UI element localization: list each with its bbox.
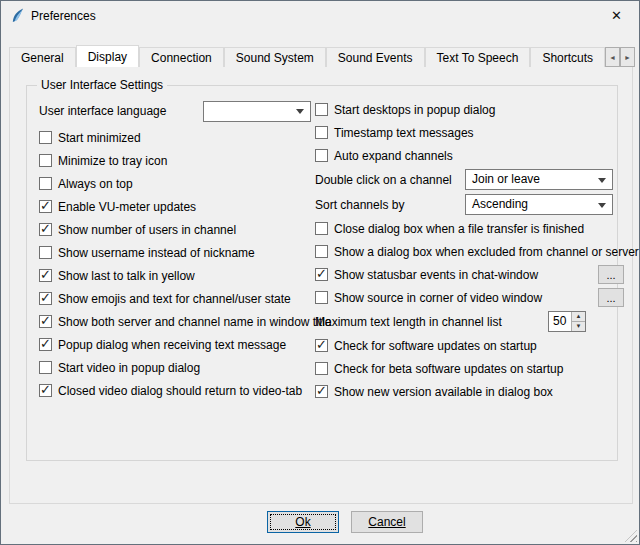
row-timestamp-text-messages: Timestamp text messages <box>315 123 615 142</box>
checkbox-label[interactable]: Show a dialog box when excluded from cha… <box>334 245 639 259</box>
checkbox-show-new-version-available-in-dialog-box[interactable]: ✓ <box>315 385 328 398</box>
checkbox-label[interactable]: Show emojis and text for channel/user st… <box>58 292 291 306</box>
checkbox-start-desktops-in-popup-dialog[interactable] <box>315 103 328 116</box>
checkbox-always-on-top[interactable] <box>39 177 52 190</box>
select-double-click-on-a-channel[interactable]: Join or leave <box>465 169 613 190</box>
tab-general[interactable]: General <box>9 47 76 67</box>
checkbox-label[interactable]: Show number of users in channel <box>58 223 236 237</box>
spinbox-value[interactable]: 50 <box>549 312 571 331</box>
checkbox-label[interactable]: Show statusbar events in chat-window <box>334 268 538 282</box>
combo-value: Ascending <box>472 197 528 211</box>
check-icon: ✓ <box>40 336 51 351</box>
tab-display[interactable]: Display <box>76 45 139 67</box>
check-icon: ✓ <box>316 383 327 398</box>
close-icon[interactable]: ✕ <box>594 1 639 30</box>
checkbox-label[interactable]: Start minimized <box>58 131 141 145</box>
checkbox-label[interactable]: Start video in popup dialog <box>58 361 200 375</box>
checkbox-show-last-to-talk-in-yellow[interactable]: ✓ <box>39 269 52 282</box>
checkbox-minimize-to-tray-icon[interactable] <box>39 154 52 167</box>
tab-bar: GeneralDisplayConnectionSound SystemSoun… <box>9 44 605 67</box>
row-show-username-instead-of-nickname: Show username instead of nickname <box>39 243 311 262</box>
checkbox-label[interactable]: Show new version available in dialog box <box>334 385 553 399</box>
field-label: Double click on a channel <box>315 173 452 187</box>
ok-button[interactable]: Ok <box>267 511 339 533</box>
tab-sound-events[interactable]: Sound Events <box>326 47 425 67</box>
spin-up-icon[interactable]: ▲ <box>572 312 585 322</box>
checkbox-label[interactable]: Show both server and channel name in win… <box>58 315 332 329</box>
tab-text-to-speech[interactable]: Text To Speech <box>425 47 531 67</box>
checkbox-label[interactable]: Popup dialog when receiving text message <box>58 338 286 352</box>
checkbox-show-a-dialog-box-when-excluded-from-channel-or-server[interactable] <box>315 245 328 258</box>
title-bar[interactable]: Preferences ✕ <box>1 1 639 30</box>
tab-shortcuts[interactable]: Shortcuts <box>530 47 605 67</box>
row-show-new-version-available-in-dialog-box: ✓Show new version available in dialog bo… <box>315 382 615 401</box>
checkbox-label[interactable]: Enable VU-meter updates <box>58 200 196 214</box>
row-auto-expand-channels: Auto expand channels <box>315 146 615 165</box>
checkbox-label[interactable]: Show username instead of nickname <box>58 246 255 260</box>
checkbox-auto-expand-channels[interactable] <box>315 149 328 162</box>
checkbox-popup-dialog-when-receiving-text-message[interactable]: ✓ <box>39 338 52 351</box>
row-show-both-server-and-channel-name-in-window-title: ✓Show both server and channel name in wi… <box>39 312 311 331</box>
row-show-source-in-corner-of-video-window: Show source in corner of video window... <box>315 288 615 307</box>
checkbox-start-minimized[interactable] <box>39 131 52 144</box>
field-label: Sort channels by <box>315 198 404 212</box>
ui-language-select[interactable] <box>203 101 311 122</box>
checkbox-start-video-in-popup-dialog[interactable] <box>39 361 52 374</box>
checkbox-show-emojis-and-text-for-channel-user-state[interactable]: ✓ <box>39 292 52 305</box>
check-icon: ✓ <box>40 313 51 328</box>
checkbox-show-both-server-and-channel-name-in-window-title[interactable]: ✓ <box>39 315 52 328</box>
checkbox-check-for-beta-software-updates-on-startup[interactable] <box>315 362 328 375</box>
left-settings-column: User interface language Start minimizedM… <box>39 100 311 404</box>
checkbox-label[interactable]: Closed video dialog should return to vid… <box>58 384 302 398</box>
max-text-length-spinbox[interactable]: 50▲▼ <box>548 311 586 332</box>
preferences-window: Preferences ✕ GeneralDisplayConnectionSo… <box>0 0 640 545</box>
row-always-on-top: Always on top <box>39 174 311 193</box>
checkbox-close-dialog-box-when-a-file-transfer-is-finished[interactable] <box>315 222 328 235</box>
checkbox-timestamp-text-messages[interactable] <box>315 126 328 139</box>
checkbox-check-for-software-updates-on-startup[interactable]: ✓ <box>315 339 328 352</box>
checkbox-label[interactable]: Check for software updates on startup <box>334 339 537 353</box>
checkbox-label[interactable]: Minimize to tray icon <box>58 154 167 168</box>
cancel-button[interactable]: Cancel <box>351 511 423 533</box>
checkbox-label[interactable]: Show source in corner of video window <box>334 291 542 305</box>
check-icon: ✓ <box>40 267 51 282</box>
row-check-for-beta-software-updates-on-startup: Check for beta software updates on start… <box>315 359 615 378</box>
checkbox-show-username-instead-of-nickname[interactable] <box>39 246 52 259</box>
checkbox-show-source-in-corner-of-video-window[interactable] <box>315 291 328 304</box>
row-enable-vu-meter-updates: ✓Enable VU-meter updates <box>39 197 311 216</box>
checkbox-label[interactable]: Check for beta software updates on start… <box>334 362 563 376</box>
checkbox-closed-video-dialog-should-return-to-video-tab[interactable]: ✓ <box>39 384 52 397</box>
row-show-number-of-users-in-channel: ✓Show number of users in channel <box>39 220 311 239</box>
checkbox-label[interactable]: Show last to talk in yellow <box>58 269 195 283</box>
checkbox-label[interactable]: Close dialog box when a file transfer is… <box>334 222 584 236</box>
combo-value: Join or leave <box>472 172 540 186</box>
chevron-down-icon <box>296 109 304 114</box>
checkbox-label[interactable]: Auto expand channels <box>334 149 453 163</box>
tab-scroll-right-icon[interactable]: ► <box>620 47 635 67</box>
checkbox-label[interactable]: Start desktops in popup dialog <box>334 103 495 117</box>
check-icon: ✓ <box>316 266 327 281</box>
spin-down-icon[interactable]: ▼ <box>572 322 585 331</box>
checkbox-show-number-of-users-in-channel[interactable]: ✓ <box>39 223 52 236</box>
select-sort-channels-by[interactable]: Ascending <box>465 194 613 215</box>
checkbox-label[interactable]: Always on top <box>58 177 133 191</box>
browse-button-show-source-in-corner-of-video-window[interactable]: ... <box>598 288 624 307</box>
right-settings-column: Start desktops in popup dialogTimestamp … <box>315 100 615 405</box>
row-double-click-on-a-channel: Double click on a channelJoin or leave <box>315 169 615 190</box>
check-icon: ✓ <box>40 221 51 236</box>
tab-sound-system[interactable]: Sound System <box>224 47 326 67</box>
checkbox-label[interactable]: Timestamp text messages <box>334 126 474 140</box>
tab-connection[interactable]: Connection <box>139 47 224 67</box>
checkbox-enable-vu-meter-updates[interactable]: ✓ <box>39 200 52 213</box>
row-start-video-in-popup-dialog: Start video in popup dialog <box>39 358 311 377</box>
group-title: User Interface Settings <box>37 78 167 92</box>
tab-scroll-left-icon[interactable]: ◄ <box>605 47 620 67</box>
window-title: Preferences <box>31 9 96 23</box>
row-show-last-to-talk-in-yellow: ✓Show last to talk in yellow <box>39 266 311 285</box>
row-start-minimized: Start minimized <box>39 128 311 147</box>
check-icon: ✓ <box>316 337 327 352</box>
checkbox-show-statusbar-events-in-chat-window[interactable]: ✓ <box>315 268 328 281</box>
row-close-dialog-box-when-a-file-transfer-is-finished: Close dialog box when a file transfer is… <box>315 219 615 238</box>
row-show-statusbar-events-in-chat-window: ✓Show statusbar events in chat-window... <box>315 265 615 284</box>
browse-button-show-statusbar-events-in-chat-window[interactable]: ... <box>598 265 624 284</box>
